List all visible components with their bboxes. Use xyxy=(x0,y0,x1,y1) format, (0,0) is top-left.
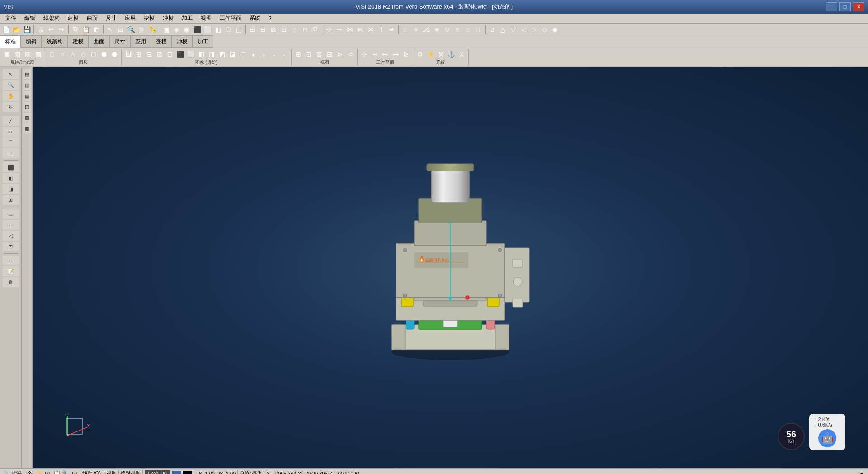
view-icon-6[interactable]: ⊲ xyxy=(345,49,355,59)
tb-icon-9[interactable]: ⬜ xyxy=(203,24,212,34)
tb-icon-35[interactable]: ⊿ xyxy=(487,24,497,34)
prop-icon-2[interactable]: ▥ xyxy=(23,80,31,90)
tb-icon-27[interactable]: ⎅ xyxy=(401,24,410,34)
tb-icon-36[interactable]: △ xyxy=(498,24,508,34)
tb-icon-39[interactable]: ▷ xyxy=(529,24,539,34)
menu-file[interactable]: 文件 xyxy=(2,14,20,23)
paste-button[interactable]: 📋 xyxy=(81,24,91,34)
status-icon-6[interactable]: 🔧 xyxy=(62,470,69,474)
tb-icon-18[interactable]: ⧈ xyxy=(300,24,310,34)
wp-icon-1[interactable]: ⊹ xyxy=(359,49,369,59)
save-button[interactable]: 💾 xyxy=(22,24,32,34)
tb-icon-14[interactable]: ⊟ xyxy=(258,24,268,34)
status-end-icon[interactable]: ● xyxy=(858,470,865,474)
open-button[interactable]: 📂 xyxy=(11,24,21,34)
line-tool[interactable]: ╱ xyxy=(3,116,19,126)
menu-apply[interactable]: 应用 xyxy=(121,14,139,23)
pan-tool[interactable]: ✋ xyxy=(3,91,19,101)
zoom-tool[interactable]: 🔍 xyxy=(3,80,19,90)
tb-icon-24[interactable]: ⋊ xyxy=(366,24,376,34)
tb-icon-19[interactable]: ⧉ xyxy=(310,24,320,34)
tb-icon-22[interactable]: ⋈ xyxy=(345,24,355,34)
filter-icon-1[interactable]: ▦ xyxy=(2,49,12,59)
tab-machining[interactable]: 加工 xyxy=(193,35,213,48)
image-icon-16[interactable]: ⬪ xyxy=(279,49,289,59)
delete-tool[interactable]: 🗑 xyxy=(3,277,19,287)
shape-icon-7[interactable]: ⬣ xyxy=(109,49,119,59)
boolean-tool[interactable]: ⊞ xyxy=(3,195,19,205)
tb-icon-7[interactable]: ◉ xyxy=(182,24,192,34)
cursor-tool[interactable]: ↖ xyxy=(3,69,19,79)
tb-icon-5[interactable]: ▣ xyxy=(161,24,171,34)
draft-tool[interactable]: ◁ xyxy=(3,231,19,241)
tb-icon-13[interactable]: ⊞ xyxy=(248,24,258,34)
tb-icon-10[interactable]: ◧ xyxy=(213,24,223,34)
filter-icon-2[interactable]: ▧ xyxy=(12,49,22,59)
tb-icon-26[interactable]: ≋ xyxy=(387,24,396,34)
tb-icon-15[interactable]: ⊠ xyxy=(269,24,278,34)
note-tool[interactable]: 📝 xyxy=(3,266,19,276)
tab-wireframe[interactable]: 线架构 xyxy=(42,35,68,48)
image-icon-2[interactable]: ⊞ xyxy=(134,49,144,59)
status-icon-7[interactable]: ⊡ xyxy=(71,470,78,474)
solid-tool[interactable]: ⬛ xyxy=(3,162,19,172)
status-icon-4[interactable]: ⊞ xyxy=(44,470,51,474)
tb-icon-20[interactable]: ⊹ xyxy=(324,24,334,34)
status-icon-5[interactable]: 📋 xyxy=(53,470,60,474)
dim-tool[interactable]: ↔ xyxy=(3,256,19,265)
tb-icon-25[interactable]: ⊺ xyxy=(376,24,386,34)
surface-tool[interactable]: ◧ xyxy=(3,173,19,183)
arc-tool[interactable]: ⌒ xyxy=(3,137,19,147)
tb-icon-32[interactable]: ⎋ xyxy=(453,24,462,34)
tb-icon-29[interactable]: ⎇ xyxy=(421,24,431,34)
print-button[interactable]: 🖨 xyxy=(36,24,46,34)
zoom-fit-button[interactable]: ⊡ xyxy=(116,24,126,34)
image-icon-1[interactable]: 🖼 xyxy=(123,49,133,59)
filter-icon-3[interactable]: ▨ xyxy=(23,49,33,59)
view-icon-4[interactable]: ⊟ xyxy=(325,49,335,59)
menu-wireframe[interactable]: 线架构 xyxy=(40,14,63,23)
image-icon-15[interactable]: ⬩ xyxy=(269,49,279,59)
menu-workplane[interactable]: 工作平面 xyxy=(216,14,245,23)
image-icon-11[interactable]: ◪ xyxy=(227,49,237,59)
sys-icon-5[interactable]: ⚔ xyxy=(457,49,467,59)
tb-icon-37[interactable]: ▽ xyxy=(508,24,518,34)
undo-button[interactable]: ↩ xyxy=(46,24,56,34)
prop-icon-6[interactable]: ▩ xyxy=(23,123,31,133)
image-icon-6[interactable]: ⬛ xyxy=(175,49,185,59)
status-icon-3[interactable]: ⚡ xyxy=(35,470,42,474)
image-icon-10[interactable]: ◩ xyxy=(217,49,227,59)
tab-stamping[interactable]: 冲模 xyxy=(172,35,193,48)
sys-icon-1[interactable]: ⚙ xyxy=(415,49,425,59)
tb-icon-21[interactable]: ⊸ xyxy=(335,24,344,34)
tb-icon-31[interactable]: ⎊ xyxy=(442,24,452,34)
close-button[interactable]: ✕ xyxy=(853,2,864,11)
tb-icon-34[interactable]: ⎍ xyxy=(473,24,483,34)
rotate-tool[interactable]: ↻ xyxy=(3,102,19,112)
tab-standard[interactable]: 标准 xyxy=(0,35,21,48)
tb-icon-41[interactable]: ◆ xyxy=(550,24,560,34)
zoom-in-button[interactable]: 🔍 xyxy=(126,24,136,34)
offset-tool[interactable]: ⊡ xyxy=(3,242,19,251)
menu-help[interactable]: ? xyxy=(265,14,275,23)
image-icon-5[interactable]: ⊡ xyxy=(165,49,175,59)
tb-icon-6[interactable]: ◈ xyxy=(171,24,181,34)
rotate3d-button[interactable]: ↻ xyxy=(137,24,146,34)
menu-machining[interactable]: 加工 xyxy=(178,14,196,23)
shape-icon-6[interactable]: ⬢ xyxy=(99,49,109,59)
image-icon-14[interactable]: ⬨ xyxy=(259,49,269,59)
status-icon-2[interactable]: ⚙ xyxy=(26,470,33,474)
rect-tool[interactable]: □ xyxy=(3,148,19,158)
sys-icon-4[interactable]: ⚓ xyxy=(446,49,456,59)
tab-apply[interactable]: 应用 xyxy=(130,35,151,48)
tb-icon-33[interactable]: ⎌ xyxy=(463,24,473,34)
shape-icon-5[interactable]: ⬡ xyxy=(89,49,99,59)
tb-icon-12[interactable]: ◫ xyxy=(234,24,244,34)
select-button[interactable]: ↖ xyxy=(105,24,115,34)
view-icon-5[interactable]: ⊳ xyxy=(335,49,345,59)
shape-icon-2[interactable]: ○ xyxy=(57,49,67,59)
new-button[interactable]: 📄 xyxy=(1,24,11,34)
shape-icon-3[interactable]: △ xyxy=(68,49,78,59)
menu-stamping[interactable]: 冲模 xyxy=(159,14,177,23)
tab-model[interactable]: 建模 xyxy=(68,35,89,48)
